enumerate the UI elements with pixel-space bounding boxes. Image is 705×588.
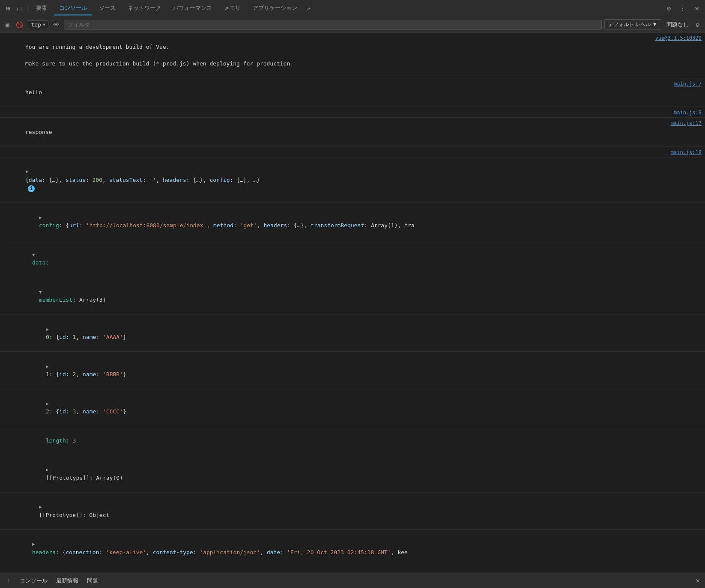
bottom-tab-issues[interactable]: 問題 [87,577,98,585]
bottom-bar: ⋮ コンソール 最新情報 問題 ✕ [0,573,705,588]
item2-text: 2: {id: 3, name: 'CCCC'} [26,391,702,424]
hello-source[interactable]: main.js:7 [674,81,702,87]
console-row-config: config: {url: 'http://localhost:8080/sam… [7,203,705,240]
filter-input[interactable] [64,20,602,30]
info-badge: i [28,185,35,192]
context-selector[interactable]: top ▼ [28,20,48,29]
length-text: length: 3 [26,428,702,453]
proto-object1-text: [[Prototype]]: Object [19,494,702,528]
expand-headers-arrow[interactable] [32,541,35,548]
tab-bar-right: ⚙ ⋮ ✕ [664,3,702,14]
eye-icon[interactable]: 👁 [51,20,61,30]
hello-text: hello [5,80,667,105]
item0-text: 0: {id: 1, name: 'AAAA'} [26,316,702,350]
bottom-tab-console[interactable]: コンソール [20,577,48,585]
chevron-down-icon: ▼ [43,22,45,27]
console-row-data: data: [0,240,705,277]
expand-proto-array-arrow[interactable] [46,466,49,474]
expand-proto-object1-arrow[interactable] [39,504,42,511]
console-row-vue-warning: You are running a development build of V… [0,33,705,78]
console-output: You are running a development build of V… [0,33,705,573]
tab-separator [27,4,27,13]
tab-elements[interactable]: 要素 [31,2,52,15]
bottom-tab-news[interactable]: 最新情報 [56,577,78,585]
no-issues-label: 問題なし [664,20,691,30]
response-source[interactable]: main.js:17 [671,120,702,126]
expand-memberlist-arrow[interactable] [39,289,42,296]
console-row-empty-9: main.js:9 [0,107,705,118]
console-row-item1: 1: {id: 2, name: 'BBBB'} [0,352,705,389]
expand-object-arrow[interactable] [25,169,28,176]
tab-sources[interactable]: ソース [94,2,121,15]
object-preview-text: {data: {…}, status: 200, statusText: '',… [5,159,702,201]
close-icon[interactable]: ✕ [692,3,702,14]
console-row-response: response main.js:17 [0,118,705,147]
tab-memory[interactable]: メモリ [219,2,246,15]
request-text: request: XMLHttpRequest {readyState: 4, … [12,569,702,573]
console-row-item2: 2: {id: 3, name: 'CCCC'} [0,389,705,426]
console-toolbar: ▣ 🚫 top ▼ 👁 デフォルト レベル ▼ 問題なし ⚙ [0,17,705,33]
tab-network[interactable]: ネットワーク [122,2,166,15]
expand-config-arrow[interactable] [39,214,42,222]
tab-performance[interactable]: パフォーマンス [168,2,217,15]
response-text: response [5,119,664,145]
console-row-length: length: 3 [0,426,705,455]
config-text: config: {url: 'http://localhost:8080/sam… [19,205,702,238]
tab-console[interactable]: コンソール [54,2,92,15]
more-tabs-button[interactable]: » [304,3,313,13]
console-settings-icon[interactable]: ⚙ [694,20,702,30]
expand-item1-arrow[interactable] [46,363,49,371]
clear-console-icon[interactable]: 🚫 [14,20,25,30]
tab-bar: ⊞ ⬚ 要素 コンソール ソース ネットワーク パフォーマンス メモリ アプリケ… [0,0,705,17]
empty-source-9[interactable]: main.js:9 [674,110,702,116]
proto-array-text: [[Prototype]]: Array(0) [26,457,702,490]
console-row-proto-object1: [[Prototype]]: Object [0,493,705,530]
vue-warning-source[interactable]: vue@3.1.5:10329 [655,35,702,41]
empty-source-18[interactable]: main.js:18 [671,149,702,155]
console-row-object: {data: {…}, status: 200, statusText: '',… [0,157,705,203]
context-label: top [31,21,41,28]
console-row-headers: headers: {connection: 'keep-alive', cont… [0,530,705,567]
tab-application[interactable]: アプリケーション [248,2,302,15]
headers-text: headers: {connection: 'keep-alive', cont… [12,532,702,565]
console-row-item0: 0: {id: 1, name: 'AAAA'} [0,315,705,352]
expand-item0-arrow[interactable] [46,326,49,333]
item1-text: 1: {id: 2, name: 'BBBB'} [26,353,702,387]
data-key-text: data: [12,242,702,275]
dock-icon[interactable]: ⊞ [3,3,13,14]
vue-warning-text: You are running a development build of V… [5,34,648,76]
memberlist-text: memberList: Array(3) [19,279,702,312]
expand-item2-arrow[interactable] [46,401,49,408]
settings-icon[interactable]: ⚙ [664,3,674,14]
expand-data-arrow[interactable] [32,252,35,259]
console-row-memberlist: memberList: Array(3) [0,277,705,315]
console-row-request: request: XMLHttpRequest {readyState: 4, … [0,567,705,573]
log-level-dropdown[interactable]: デフォルト レベル ▼ [604,19,661,30]
device-icon[interactable]: ⬚ [15,3,24,14]
bottom-close-icon[interactable]: ✕ [696,576,700,585]
more-options-icon[interactable]: ⋮ [677,3,689,14]
bottom-more-icon[interactable]: ⋮ [5,577,11,584]
bottom-bar-right: ✕ [696,576,700,585]
console-row-empty-18: main.js:18 [0,147,705,157]
console-row-proto-array: [[Prototype]]: Array(0) [0,455,705,493]
log-level-label: デフォルト レベル ▼ [608,21,657,28]
console-row-hello: hello main.js:7 [0,78,705,107]
sidebar-toggle-icon[interactable]: ▣ [3,20,11,30]
